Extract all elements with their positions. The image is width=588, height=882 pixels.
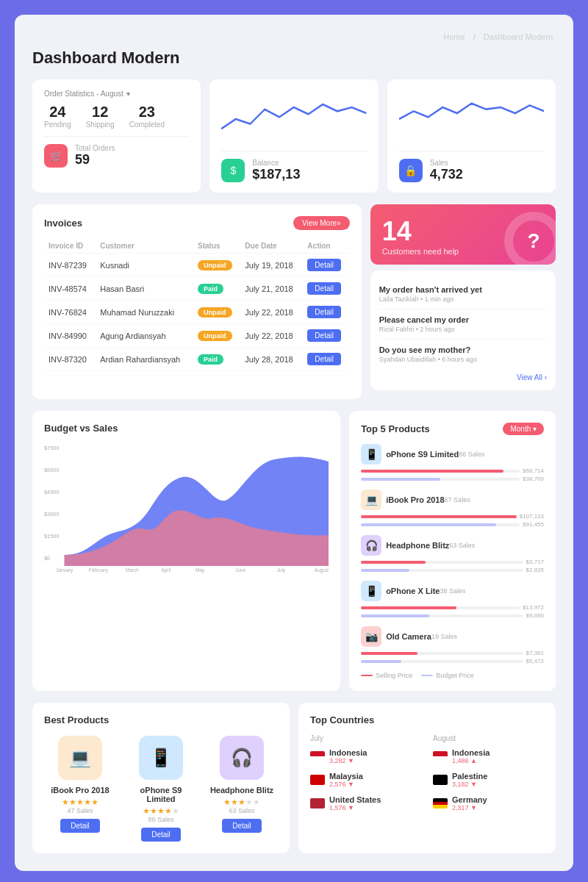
best-products-card: Best Products 💻 iBook Pro 2018 ★★★★★ 47 …: [32, 703, 290, 853]
countries-grid: July Indonesia 3,282 ▼ Malaysia 2,576 ▼ …: [310, 734, 544, 819]
best-product-detail-button[interactable]: Detail: [141, 828, 181, 842]
bottom-row: Best Products 💻 iBook Pro 2018 ★★★★★ 47 …: [32, 703, 556, 853]
table-row: INV-84990 Agung Ardiansyah Unpaid July 2…: [44, 324, 350, 348]
help-message-item: Do you see my mother? Syahdan Ubaidillah…: [379, 340, 547, 369]
top-products-list: 📱 oPhone S9 Limited 86 Sales $68,714 $38…: [361, 444, 544, 664]
total-orders-section: 🛒 Total Orders 59: [44, 136, 189, 168]
view-more-button[interactable]: View More»: [293, 216, 350, 230]
country-item: United States 1,576 ▼: [310, 795, 421, 811]
shipping-stat: 12 Shipping: [86, 104, 115, 129]
table-row: INV-87239 Kusnadi Unpaid July 19, 2018 D…: [44, 254, 350, 277]
budget-chart-svg: $7500 $6000 $4500 $3000 $1500 $0 January…: [44, 441, 329, 573]
country-flag: [310, 798, 325, 808]
country-item: Malaysia 2,576 ▼: [310, 772, 421, 788]
col-action: Action: [303, 239, 349, 254]
product-item: 🎧 Headphone Blitz 63 Sales $3,717 $2,835: [361, 535, 544, 573]
orders-icon: 🛒: [44, 144, 68, 168]
best-product-detail-button[interactable]: Detail: [60, 819, 100, 833]
budget-legend-dot: [421, 675, 433, 676]
completed-stat: 23 Completed: [129, 104, 165, 129]
charts-row: Budget vs Sales $7500 $6000 $4500 $3000 …: [32, 411, 556, 691]
country-flag: [310, 775, 325, 785]
help-card: 14 Customers need help ?: [370, 204, 556, 265]
country-flag: [433, 775, 448, 785]
invoices-card: Invoices View More» Invoice ID Customer …: [32, 204, 362, 399]
col-status: Status: [193, 239, 240, 254]
sales-card: 🔒 Sales 4,732: [387, 79, 556, 193]
svg-text:$4500: $4500: [44, 489, 60, 495]
best-products-items: 💻 iBook Pro 2018 ★★★★★ 47 Sales Detail 📱…: [44, 736, 278, 842]
view-all-link[interactable]: View All ›: [379, 373, 547, 381]
svg-text:June: June: [235, 567, 245, 573]
star-rating: ★★★★★: [206, 797, 278, 807]
invoice-header: Invoices View More»: [44, 216, 350, 230]
middle-row: Invoices View More» Invoice ID Customer …: [32, 204, 556, 399]
top-countries-card: Top Countries July Indonesia 3,282 ▼ Mal…: [298, 703, 556, 853]
country-item: Indonesia 3,282 ▼: [310, 748, 421, 764]
order-stats-card: Order Statistics - August ▾ 24 Pending 1…: [32, 79, 201, 193]
svg-text:August: August: [315, 567, 329, 573]
product-icon: 💻: [361, 490, 381, 510]
svg-text:$7500: $7500: [44, 445, 60, 451]
star-rating: ★★★★★: [44, 797, 116, 807]
detail-button[interactable]: Detail: [307, 306, 341, 318]
month-filter-button[interactable]: Month ▾: [503, 423, 544, 435]
country-item: Germany 2,317 ▼: [433, 795, 544, 811]
balance-icon: $: [221, 159, 245, 182]
col-invoice-id: Invoice ID: [44, 239, 96, 254]
best-product-item: 🎧 Headphone Blitz ★★★★★ 63 Sales Detail: [206, 736, 278, 842]
col-customer: Customer: [96, 239, 193, 254]
page-title: Dashboard Modern: [32, 49, 556, 68]
svg-text:$0: $0: [44, 555, 50, 562]
table-row: INV-76824 Muhamad Nuruzzaki Unpaid July …: [44, 301, 350, 324]
help-message-item: My order hasn't arrived yet Laila Taziki…: [379, 279, 547, 309]
sales-chart: [399, 90, 544, 148]
help-message-item: Please cancel my order Rizal Fakhri • 2 …: [379, 309, 547, 340]
country-flag: [310, 751, 325, 761]
svg-text:$3000: $3000: [44, 511, 60, 517]
country-flag: [433, 751, 448, 761]
svg-text:March: March: [126, 567, 139, 573]
pending-stat: 24 Pending: [44, 104, 71, 129]
detail-button[interactable]: Detail: [307, 353, 341, 365]
country-item: Palestine 3,182 ▼: [433, 772, 544, 788]
product-item: 💻 iBook Pro 2018 67 Sales $107,133 $91,4…: [361, 490, 544, 528]
product-icon-wrap: 🎧: [220, 736, 264, 780]
products-legend: Selling Price Budget Price: [361, 672, 544, 679]
best-product-detail-button[interactable]: Detail: [222, 819, 262, 833]
order-numbers: 24 Pending 12 Shipping 23 Completed: [44, 104, 189, 129]
product-icon: 📱: [361, 581, 381, 601]
top-products-card: Top 5 Products Month ▾ 📱 oPhone S9 Limit…: [349, 411, 556, 691]
detail-button[interactable]: Detail: [307, 259, 341, 271]
svg-text:February: February: [89, 567, 108, 573]
svg-text:April: April: [161, 567, 171, 573]
budget-card: Budget vs Sales $7500 $6000 $4500 $3000 …: [32, 411, 340, 691]
sales-icon: 🔒: [399, 159, 423, 182]
detail-button[interactable]: Detail: [307, 282, 341, 295]
product-icon: 🎧: [361, 535, 381, 556]
product-item: 📱 oPhone X Lite 38 Sales $13,972 $9,660: [361, 581, 544, 619]
help-messages: My order hasn't arrived yet Laila Taziki…: [370, 270, 556, 390]
best-product-item: 📱 oPhone S9 Limited ★★★★★ 86 Sales Detai…: [125, 736, 197, 842]
svg-text:July: July: [277, 567, 286, 573]
best-product-item: 💻 iBook Pro 2018 ★★★★★ 47 Sales Detail: [44, 736, 116, 842]
product-item: 📷 Old Camera 19 Sales $7,391 $5,472: [361, 626, 544, 664]
svg-text:January: January: [56, 567, 74, 573]
detail-button[interactable]: Detail: [307, 329, 341, 342]
table-row: INV-48574 Hasan Basri Paid July 21, 2018…: [44, 277, 350, 301]
help-section: 14 Customers need help ? My order hasn't…: [370, 204, 556, 399]
table-row: INV-87320 Ardian Rahardiansyah Paid July…: [44, 348, 350, 371]
balance-chart: [221, 90, 366, 148]
product-icon-wrap: 💻: [58, 736, 102, 780]
country-item: Indonesia 1,486 ▲: [433, 748, 544, 764]
star-rating: ★★★★★: [125, 806, 197, 816]
svg-text:$6000: $6000: [44, 467, 60, 473]
product-icon-wrap: 📱: [139, 736, 183, 780]
product-icon: 📷: [361, 626, 381, 647]
top-products-header: Top 5 Products Month ▾: [361, 423, 544, 435]
product-item: 📱 oPhone S9 Limited 86 Sales $68,714 $38…: [361, 444, 544, 482]
balance-card: $ Balance $187,13: [209, 79, 378, 193]
order-stats-header: Order Statistics - August ▾: [44, 90, 189, 98]
stats-row: Order Statistics - August ▾ 24 Pending 1…: [32, 79, 556, 193]
country-flag: [433, 798, 448, 808]
